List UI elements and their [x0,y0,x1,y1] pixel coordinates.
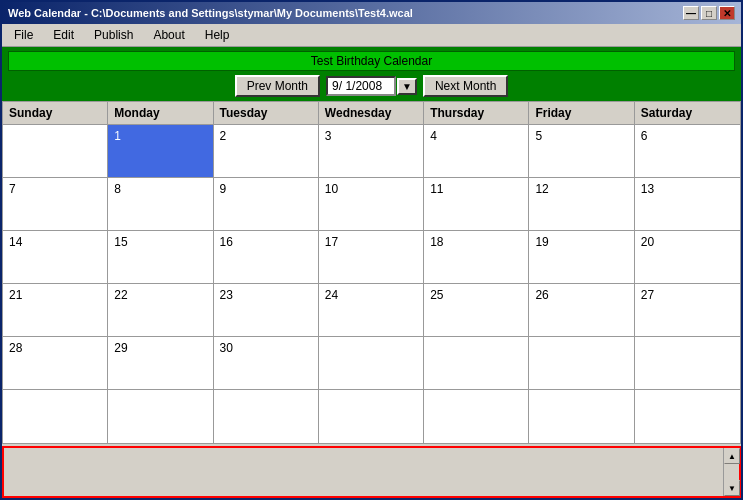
scroll-down-button[interactable]: ▼ [724,480,740,496]
cal-cell[interactable]: 26 [529,284,634,336]
toolbar: Test Birthday Calendar Prev Month ▼ Next… [2,47,741,101]
cal-week-5 [3,390,740,443]
cal-cell[interactable]: 25 [424,284,529,336]
cal-header-saturday: Saturday [635,102,740,124]
cal-cell[interactable]: 28 [3,337,108,389]
minimize-button[interactable]: — [683,6,699,20]
cal-header-sunday: Sunday [3,102,108,124]
cal-cell [3,125,108,177]
cal-week-0: 123456 [3,125,740,178]
cal-cell[interactable]: 22 [108,284,213,336]
close-button[interactable]: ✕ [719,6,735,20]
window-title: Web Calendar - C:\Documents and Settings… [8,7,413,19]
menu-item-publish[interactable]: Publish [86,26,141,44]
title-bar: Web Calendar - C:\Documents and Settings… [2,2,741,24]
status-bar: ▲ ▼ [2,446,741,498]
cal-cell [319,337,424,389]
cal-cell[interactable]: 14 [3,231,108,283]
status-content [4,448,723,496]
cal-cell[interactable]: 1 [108,125,213,177]
cal-cell [529,390,634,443]
scroll-up-button[interactable]: ▲ [724,448,740,464]
cal-cell[interactable]: 4 [424,125,529,177]
menu-item-file[interactable]: File [6,26,41,44]
cal-cell[interactable]: 27 [635,284,740,336]
cal-cell [635,390,740,443]
cal-cell[interactable]: 20 [635,231,740,283]
cal-header-tuesday: Tuesday [214,102,319,124]
cal-cell[interactable]: 5 [529,125,634,177]
cal-cell[interactable]: 10 [319,178,424,230]
cal-cell [529,337,634,389]
date-dropdown-button[interactable]: ▼ [397,78,417,95]
menu-item-edit[interactable]: Edit [45,26,82,44]
cal-header-thursday: Thursday [424,102,529,124]
cal-cell[interactable]: 17 [319,231,424,283]
cal-header-wednesday: Wednesday [319,102,424,124]
cal-cell[interactable]: 9 [214,178,319,230]
window-controls: — □ ✕ [683,6,735,20]
menu-item-about[interactable]: About [145,26,192,44]
cal-cell [635,337,740,389]
cal-cell[interactable]: 11 [424,178,529,230]
cal-header-monday: Monday [108,102,213,124]
menu-bar: FileEditPublishAboutHelp [2,24,741,47]
calendar-title: Test Birthday Calendar [8,51,735,71]
cal-cell[interactable]: 23 [214,284,319,336]
cal-cell[interactable]: 16 [214,231,319,283]
menu-item-help[interactable]: Help [197,26,238,44]
cal-cell[interactable]: 3 [319,125,424,177]
cal-cell[interactable]: 12 [529,178,634,230]
date-input[interactable] [326,76,396,96]
maximize-button[interactable]: □ [701,6,717,20]
status-scrollbar: ▲ ▼ [723,448,739,496]
cal-cell[interactable]: 24 [319,284,424,336]
calendar-area: SundayMondayTuesdayWednesdayThursdayFrid… [2,101,741,444]
cal-cell [108,390,213,443]
next-month-button[interactable]: Next Month [423,75,508,97]
cal-cell[interactable]: 30 [214,337,319,389]
cal-cell[interactable]: 29 [108,337,213,389]
cal-cell[interactable]: 6 [635,125,740,177]
cal-cell[interactable]: 19 [529,231,634,283]
cal-cell [424,337,529,389]
cal-cell[interactable]: 8 [108,178,213,230]
date-select: ▼ [326,76,417,96]
cal-cell[interactable]: 18 [424,231,529,283]
nav-bar: Prev Month ▼ Next Month [235,75,509,97]
prev-month-button[interactable]: Prev Month [235,75,320,97]
cal-cell[interactable]: 2 [214,125,319,177]
calendar-body: 1234567891011121314151617181920212223242… [3,125,740,443]
cal-week-3: 21222324252627 [3,284,740,337]
cal-week-4: 282930 [3,337,740,390]
cal-header-friday: Friday [529,102,634,124]
calendar-header: SundayMondayTuesdayWednesdayThursdayFrid… [3,102,740,125]
cal-cell [3,390,108,443]
app-window: Web Calendar - C:\Documents and Settings… [0,0,743,500]
cal-cell[interactable]: 21 [3,284,108,336]
cal-cell[interactable]: 13 [635,178,740,230]
cal-cell [319,390,424,443]
cal-cell[interactable]: 15 [108,231,213,283]
cal-cell[interactable]: 7 [3,178,108,230]
cal-cell [424,390,529,443]
cal-cell [214,390,319,443]
cal-week-2: 14151617181920 [3,231,740,284]
cal-week-1: 78910111213 [3,178,740,231]
